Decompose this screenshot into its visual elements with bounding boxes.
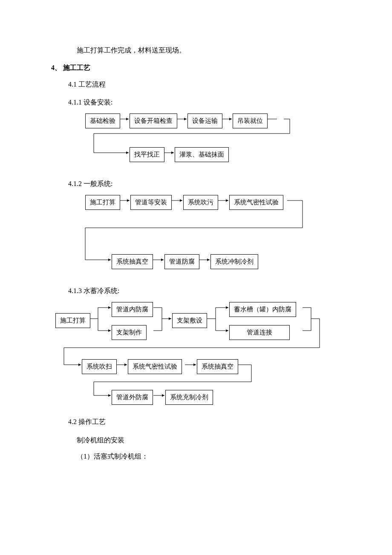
section-4-1-title: 4.1 工艺流程 — [68, 78, 354, 91]
svg-marker-19 — [161, 259, 164, 261]
flowchart-equipment-install: 基础检验 设备开箱检查 设备运输 吊装就位 找平找正 灌浆、基础抹面 — [77, 112, 354, 172]
flow2-box6: 管道防腐 — [164, 254, 199, 269]
svg-marker-23 — [108, 306, 111, 309]
flow3-box8: 系统气密性试验 — [128, 359, 182, 374]
flow1-box2: 设备开箱检查 — [130, 113, 177, 128]
svg-marker-14 — [180, 199, 182, 202]
flow1-box4: 吊装就位 — [233, 113, 268, 128]
flow3-box5: 蓄水槽（罐）内防腐 — [229, 302, 296, 317]
svg-marker-12 — [127, 199, 130, 202]
flow1-box1: 基础检验 — [85, 113, 120, 128]
flow1-box5: 找平找正 — [130, 147, 164, 162]
svg-marker-27 — [226, 306, 228, 309]
flow3-box9: 系统抽真空 — [197, 359, 238, 374]
svg-marker-8 — [126, 151, 129, 154]
flow1-box6: 灌浆、基础抹面 — [175, 147, 229, 162]
flow1-box3: 设备运输 — [187, 113, 222, 128]
flow3-box1: 施工打算 — [55, 313, 90, 328]
flow2-box2: 管道等安装 — [130, 195, 172, 210]
flow3-box11: 系统充制冷剂 — [165, 390, 213, 405]
svg-marker-36 — [162, 394, 164, 397]
flowchart-water-storage: 施工打算 管道内防腐 支架制作 支架敷设 蓄水槽（罐）内防腐 管道连接 系统吹扫… — [55, 301, 354, 412]
flow3-box7: 系统吹扫 — [82, 359, 117, 374]
svg-marker-25 — [169, 317, 171, 320]
svg-marker-34 — [108, 394, 111, 397]
svg-marker-33 — [193, 363, 196, 366]
flow3-box6: 管道连接 — [229, 325, 290, 340]
svg-marker-16 — [226, 199, 228, 202]
flow3-box10: 管道外防腐 — [112, 390, 153, 405]
svg-marker-24 — [108, 329, 111, 332]
svg-marker-31 — [124, 363, 127, 366]
flow2-box7: 系统冲制冷剂 — [210, 254, 258, 269]
section-4-title: 4、 施工工艺 — [51, 62, 354, 74]
flow3-box3: 支架制作 — [112, 325, 147, 340]
svg-marker-28 — [226, 329, 228, 332]
section-4-1-3-title: 4.1.3 水蓄冷系统: — [68, 285, 354, 297]
flow2-box4: 系统气密性试验 — [229, 195, 283, 210]
svg-marker-5 — [229, 118, 232, 120]
svg-marker-17 — [108, 259, 111, 261]
svg-marker-21 — [207, 259, 210, 261]
section-4-1-1-title: 4.1.1 设备安装: — [68, 96, 354, 109]
section-4-1-2-title: 4.1.2 一般系统: — [68, 178, 354, 190]
flow3-box4: 支架敷设 — [172, 313, 207, 328]
section-4-2-title: 4.2 操作工艺 — [68, 416, 354, 428]
text-refrigeration-unit: 制冷机组的安装 — [77, 434, 354, 447]
svg-marker-3 — [184, 118, 187, 120]
text-piston-unit: （1）活塞式制冷机组： — [77, 450, 354, 463]
flow2-box5: 系统抽真空 — [112, 254, 153, 269]
svg-marker-1 — [126, 118, 129, 120]
svg-marker-10 — [171, 151, 174, 154]
flow2-box1: 施工打算 — [85, 195, 120, 210]
svg-marker-29 — [78, 363, 81, 366]
flow3-box2: 管道内防腐 — [112, 302, 153, 317]
flowchart-general-system: 施工打算 管道等安装 系统吹污 系统气密性试验 系统抽真空 管道防腐 系统冲制冷… — [77, 194, 354, 279]
flow2-box3: 系统吹污 — [183, 195, 218, 210]
intro-text: 施工打算工作完成，材料送至现场。 — [77, 44, 354, 57]
